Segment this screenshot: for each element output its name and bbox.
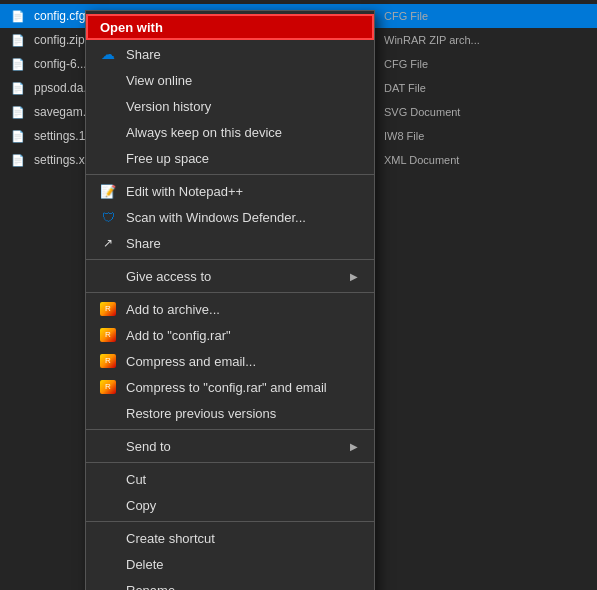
notepad-icon: 📝 — [100, 184, 116, 199]
menu-separator — [86, 174, 374, 175]
menu-icon-empty — [98, 582, 118, 590]
menu-label-copy: Copy — [126, 498, 358, 513]
menu-label-version-history: Version history — [126, 99, 358, 114]
file-type: WinRAR ZIP arch... — [384, 34, 589, 46]
context-menu: Open with ☁ Share View online Version hi… — [85, 10, 375, 590]
file-type: CFG File — [384, 58, 589, 70]
menu-label-delete: Delete — [126, 557, 358, 572]
menu-item-add-archive[interactable]: R Add to archive... — [86, 296, 374, 322]
file-icon: 📄 — [8, 128, 28, 144]
menu-separator — [86, 259, 374, 260]
menu-label-free-space: Free up space — [126, 151, 358, 166]
menu-icon-add-archive: R — [98, 301, 118, 317]
file-type: IW8 File — [384, 130, 589, 142]
file-icon: 📄 — [8, 56, 28, 72]
cloud-icon: ☁ — [101, 46, 115, 62]
menu-item-always-keep[interactable]: Always keep on this device — [86, 119, 374, 145]
menu-item-send-to[interactable]: Send to ▶ — [86, 433, 374, 459]
submenu-arrow: ▶ — [350, 441, 358, 452]
menu-item-give-access[interactable]: Give access to ▶ — [86, 263, 374, 289]
menu-item-edit-notepad[interactable]: 📝 Edit with Notepad++ — [86, 178, 374, 204]
menu-separator — [86, 429, 374, 430]
defender-icon: 🛡 — [102, 210, 115, 225]
menu-item-compress-email[interactable]: R Compress and email... — [86, 348, 374, 374]
menu-icon-always-keep — [98, 124, 118, 140]
menu-icon-empty — [98, 497, 118, 513]
menu-label-share2: Share — [126, 236, 358, 251]
menu-item-compress-config-email[interactable]: R Compress to "config.rar" and email — [86, 374, 374, 400]
menu-separator — [86, 521, 374, 522]
winrar-icon: R — [100, 302, 116, 316]
menu-icon-empty — [98, 405, 118, 421]
menu-item-free-space[interactable]: Free up space — [86, 145, 374, 171]
file-type: CFG File — [384, 10, 589, 22]
menu-item-cut[interactable]: Cut — [86, 466, 374, 492]
menu-item-scan-defender[interactable]: 🛡 Scan with Windows Defender... — [86, 204, 374, 230]
menu-icon-empty — [98, 438, 118, 454]
menu-icon-scan-defender: 🛡 — [98, 209, 118, 225]
open-with-button[interactable]: Open with — [86, 14, 374, 40]
menu-item-share2[interactable]: ↗ Share — [86, 230, 374, 256]
menu-separator — [86, 292, 374, 293]
menu-icon-empty — [98, 471, 118, 487]
menu-icon-version-history — [98, 98, 118, 114]
menu-label-always-keep: Always keep on this device — [126, 125, 358, 140]
file-type: SVG Document — [384, 106, 589, 118]
menu-icon-share2: ↗ — [98, 235, 118, 251]
menu-item-rename[interactable]: Rename — [86, 577, 374, 590]
winrar-icon: R — [100, 328, 116, 342]
menu-icon-compress-email: R — [98, 353, 118, 369]
menu-label-send-to: Send to — [126, 439, 350, 454]
menu-label-view-online: View online — [126, 73, 358, 88]
file-icon: 📄 — [8, 32, 28, 48]
menu-label-scan-defender: Scan with Windows Defender... — [126, 210, 358, 225]
menu-icon-empty — [98, 268, 118, 284]
menu-icon-empty — [98, 556, 118, 572]
menu-label-rename: Rename — [126, 583, 358, 591]
submenu-arrow: ▶ — [350, 271, 358, 282]
share-icon: ↗ — [103, 236, 113, 250]
winrar-icon: R — [100, 380, 116, 394]
winrar-icon: R — [100, 354, 116, 368]
menu-item-version-history[interactable]: Version history — [86, 93, 374, 119]
menu-icon-empty — [98, 530, 118, 546]
menu-icon-view-online — [98, 72, 118, 88]
menu-label-add-config-rar: Add to "config.rar" — [126, 328, 358, 343]
file-type: XML Document — [384, 154, 589, 166]
menu-item-view-online[interactable]: View online — [86, 67, 374, 93]
menu-label-create-shortcut: Create shortcut — [126, 531, 358, 546]
menu-label-share-onedrive: Share — [126, 47, 358, 62]
menu-item-copy[interactable]: Copy — [86, 492, 374, 518]
menu-item-add-config-rar[interactable]: R Add to "config.rar" — [86, 322, 374, 348]
menu-label-give-access: Give access to — [126, 269, 350, 284]
menu-label-restore-versions: Restore previous versions — [126, 406, 358, 421]
menu-icon-compress-config-email: R — [98, 379, 118, 395]
file-icon: 📄 — [8, 8, 28, 24]
menu-label-compress-config-email: Compress to "config.rar" and email — [126, 380, 358, 395]
menu-item-delete[interactable]: Delete — [86, 551, 374, 577]
menu-item-share-onedrive[interactable]: ☁ Share — [86, 41, 374, 67]
menu-label-cut: Cut — [126, 472, 358, 487]
menu-icon-edit-notepad: 📝 — [98, 183, 118, 199]
file-icon: 📄 — [8, 104, 28, 120]
menu-item-restore-versions[interactable]: Restore previous versions — [86, 400, 374, 426]
menu-separator — [86, 462, 374, 463]
file-icon: 📄 — [8, 80, 28, 96]
file-icon: 📄 — [8, 152, 28, 168]
file-type: DAT File — [384, 82, 589, 94]
open-with-label: Open with — [100, 20, 356, 35]
menu-icon-share-onedrive: ☁ — [98, 46, 118, 62]
menu-label-compress-email: Compress and email... — [126, 354, 358, 369]
menu-label-add-archive: Add to archive... — [126, 302, 358, 317]
menu-item-create-shortcut[interactable]: Create shortcut — [86, 525, 374, 551]
menu-icon-free-space — [98, 150, 118, 166]
menu-icon-add-config-rar: R — [98, 327, 118, 343]
menu-label-edit-notepad: Edit with Notepad++ — [126, 184, 358, 199]
